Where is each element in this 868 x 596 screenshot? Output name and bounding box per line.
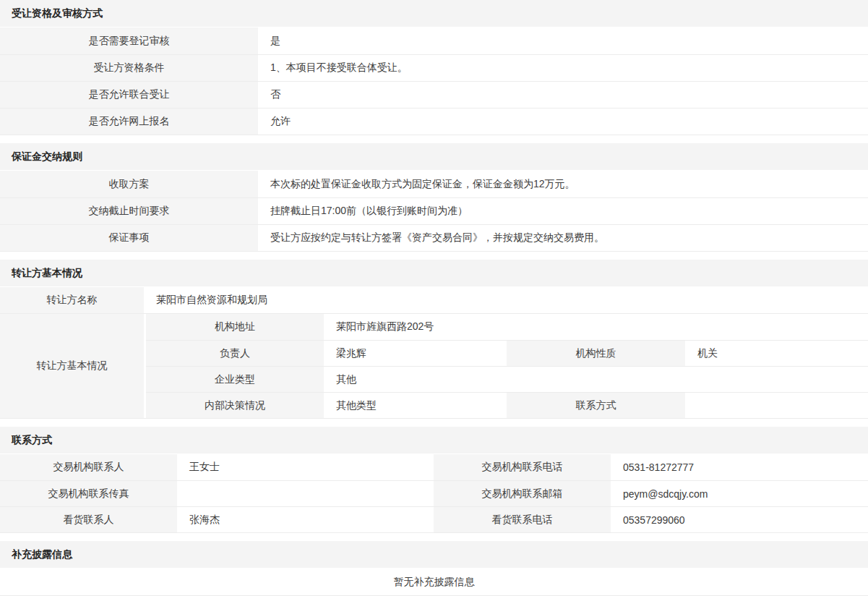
table-row: 收取方案 本次标的处置保证金收取方式为固定保证金，保证金金额为12万元。: [0, 171, 868, 197]
row-label: 是否需要登记审核: [0, 27, 260, 54]
row-value: 05357299060: [613, 507, 868, 532]
row-label: 是否允许联合受让: [0, 82, 260, 108]
section-contact-info: 联系方式 交易机构联系人 王女士 交易机构联系电话 0531-81272777 …: [0, 427, 868, 533]
row-value: 受让方应按约定与转让方签署《资产交易合同》，并按规定交纳交易费用。: [260, 225, 868, 251]
row-value: 本次标的处置保证金收取方式为固定保证金，保证金金额为12万元。: [260, 171, 868, 197]
table-row: 机构地址 莱阳市旌旗西路202号: [146, 314, 868, 340]
section-deposit-rules: 保证金交纳规则 收取方案 本次标的处置保证金收取方式为固定保证金，保证金金额为1…: [0, 143, 868, 252]
row-label: 受让方资格条件: [0, 55, 260, 81]
section-transferee-qualification: 受让资格及审核方式 是否需要登记审核 是 受让方资格条件 1、本项目不接受联合体…: [0, 0, 868, 135]
table-row: 转让方名称 莱阳市自然资源和规划局: [0, 287, 868, 313]
row-value: 莱阳市自然资源和规划局: [146, 287, 868, 313]
table-row: 保证事项 受让方应按约定与转让方签署《资产交易合同》，并按规定交纳交易费用。: [0, 224, 868, 251]
row-value: 挂牌截止日17:00前（以银行到账时间为准）: [260, 198, 868, 224]
row-value: 允许: [260, 108, 868, 135]
table-row: 看货联系人 张海杰 看货联系电话 05357299060: [0, 506, 868, 532]
row-value: [179, 481, 434, 506]
section-title: 保证金交纳规则: [0, 143, 868, 171]
table-row: 交易机构联系人 王女士 交易机构联系电话 0531-81272777: [0, 454, 868, 480]
row-value: 张海杰: [179, 507, 434, 532]
section-title: 转让方基本情况: [0, 260, 868, 287]
row-value: 莱阳市旌旗西路202号: [326, 314, 868, 340]
table-row: 企业类型 其他: [146, 366, 868, 392]
table-row: 交纳截止时间要求 挂牌截止日17:00前（以银行到账时间为准）: [0, 197, 868, 224]
row-label: 交易机构联系传真: [0, 481, 179, 506]
row-label: 负责人: [146, 341, 326, 366]
row-label: 保证事项: [0, 225, 260, 251]
table-row: 交易机构联系传真 交易机构联系邮箱 peym@sdcqjy.com: [0, 480, 868, 506]
table-row: 受让方资格条件 1、本项目不接受联合体受让。: [0, 54, 868, 81]
row-value: [687, 393, 868, 418]
row-value: peym@sdcqjy.com: [613, 481, 868, 506]
table-row: 负责人 梁兆辉 机构性质 机关: [146, 340, 868, 366]
row-value: 机关: [687, 341, 868, 366]
section-transferor-info: 转让方基本情况 转让方名称 莱阳市自然资源和规划局 转让方基本情况 机构地址 莱…: [0, 260, 868, 419]
transferor-detail-group: 转让方基本情况 机构地址 莱阳市旌旗西路202号 负责人 梁兆辉 机构性质 机关…: [0, 313, 868, 418]
table-row: 暂无补充披露信息: [0, 569, 868, 595]
table-row: 内部决策情况 其他类型 联系方式: [146, 392, 868, 418]
row-value: 王女士: [179, 454, 434, 480]
row-label: 看货联系电话: [434, 507, 613, 532]
row-label: 收取方案: [0, 171, 260, 197]
row-value: 1、本项目不接受联合体受让。: [260, 55, 868, 81]
table-row: 是否允许网上报名 允许: [0, 108, 868, 135]
row-label: 是否允许网上报名: [0, 108, 260, 135]
row-label: 转让方名称: [0, 287, 146, 313]
section-title: 补充披露信息: [0, 541, 868, 569]
row-label: 机构地址: [146, 314, 326, 340]
row-label: 交纳截止时间要求: [0, 198, 260, 224]
group-label: 转让方基本情况: [0, 314, 146, 418]
section-title: 联系方式: [0, 427, 868, 454]
row-label: 交易机构联系邮箱: [434, 481, 613, 506]
row-value: 0531-81272777: [613, 454, 868, 480]
row-value: 是: [260, 27, 868, 54]
section-title: 受让资格及审核方式: [0, 0, 868, 27]
table-row: 是否需要登记审核 是: [0, 27, 868, 54]
empty-placeholder-text: 暂无补充披露信息: [0, 569, 868, 595]
row-label: 内部决策情况: [146, 393, 326, 418]
row-label: 交易机构联系人: [0, 454, 179, 480]
table-row: 是否允许联合受让 否: [0, 81, 868, 108]
row-value: 梁兆辉: [326, 341, 507, 366]
row-label: 交易机构联系电话: [434, 454, 613, 480]
row-value: 其他类型: [326, 393, 507, 418]
section-supplementary-disclosure: 补充披露信息 暂无补充披露信息: [0, 541, 868, 596]
row-label: 企业类型: [146, 367, 326, 392]
row-value: 其他: [326, 367, 868, 392]
row-label: 看货联系人: [0, 507, 179, 532]
row-value: 否: [260, 82, 868, 108]
row-label: 机构性质: [507, 341, 687, 366]
row-label: 联系方式: [507, 393, 687, 418]
